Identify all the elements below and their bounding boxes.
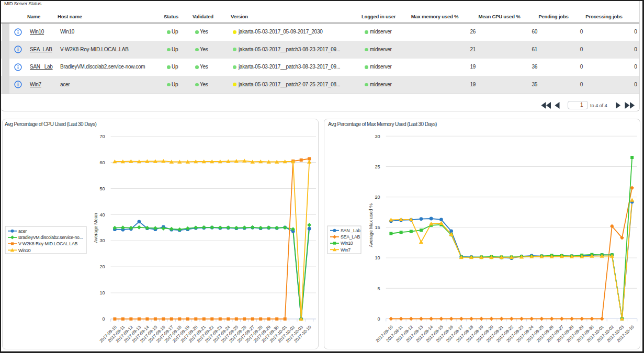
svg-text:SEA_LAB: SEA_LAB <box>341 234 360 240</box>
svg-text:Win10: Win10 <box>341 241 353 246</box>
svg-text:10: 10 <box>99 290 105 295</box>
svg-text:0: 0 <box>377 316 380 322</box>
svg-text:40: 40 <box>99 212 105 218</box>
svg-text:Average Mean: Average Mean <box>93 213 98 243</box>
svg-text:5: 5 <box>377 286 380 291</box>
svg-text:25: 25 <box>375 164 380 169</box>
svg-text:10: 10 <box>375 255 380 260</box>
svg-text:30: 30 <box>99 238 105 243</box>
svg-text:SAN _Lab: SAN _Lab <box>341 228 360 233</box>
svg-text:Win10: Win10 <box>18 248 31 253</box>
svg-text:50: 50 <box>99 186 105 191</box>
svg-text:20: 20 <box>375 195 380 200</box>
svg-text:acer: acer <box>18 229 27 234</box>
svg-text:15: 15 <box>375 225 380 230</box>
svg-text:BradleyVM.discolab2.service-no: BradleyVM.discolab2.service-no... <box>18 235 83 240</box>
svg-text:70: 70 <box>99 134 105 139</box>
svg-text:20: 20 <box>99 264 105 269</box>
svg-text:Win7: Win7 <box>341 247 351 253</box>
svg-text:0: 0 <box>102 316 105 322</box>
svg-text:V-W2K8-Roy-MID.LOCAL.LAB: V-W2K8-Roy-MID.LOCAL.LAB <box>18 241 77 246</box>
svg-text:60: 60 <box>99 160 105 165</box>
svg-text:Average Max used %: Average Max used % <box>368 203 374 247</box>
svg-text:30: 30 <box>375 134 380 139</box>
